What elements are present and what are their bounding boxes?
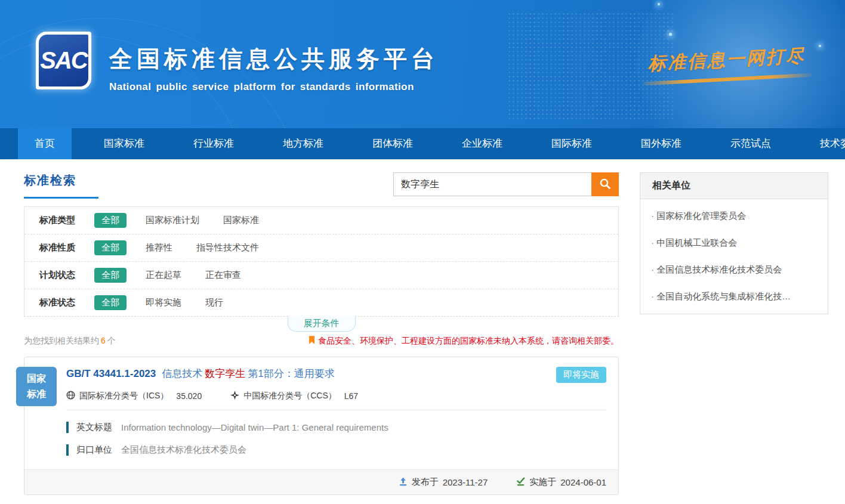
teal-bar	[66, 444, 69, 456]
filter-option[interactable]: 指导性技术文件	[196, 242, 259, 253]
filter-option[interactable]: 正在起草	[146, 270, 181, 281]
nav-item-group-standards[interactable]: 团体标准	[356, 128, 430, 159]
sac-logo-text: SAC	[40, 47, 87, 74]
compass-icon	[230, 391, 239, 401]
related-unit-link[interactable]: 中国机械工业联合会	[640, 230, 828, 256]
implement-date: 2024-06-01	[560, 477, 606, 487]
site-titles: 全国标准信息公共服务平台 National public service pla…	[109, 43, 439, 93]
teal-bar	[66, 422, 69, 433]
site-title-cn: 全国标准信息公共服务平台	[109, 43, 439, 75]
section-title: 标准检索	[24, 172, 98, 188]
nav-item-local-standards[interactable]: 地方标准	[266, 128, 340, 159]
english-title-label: 英文标题	[76, 422, 112, 433]
globe-icon	[66, 391, 75, 401]
sac-logo-inner: SAC	[39, 35, 88, 86]
search-input[interactable]	[393, 172, 591, 196]
search-box	[393, 172, 619, 196]
standard-code: GB/T 43441.1-2023	[66, 368, 156, 379]
highlighted-keyword: 数字孪生	[205, 368, 245, 379]
filter-option[interactable]: 国家标准	[223, 215, 259, 226]
filter-all-button[interactable]: 全部	[94, 295, 127, 310]
result-count-number: 6	[101, 336, 106, 345]
filter-label: 标准类型	[39, 215, 94, 226]
check-icon	[516, 477, 525, 488]
nav-item-international-standards[interactable]: 国际标准	[535, 128, 609, 159]
content-area: 标准检索 标准类型 全部 国家标准计划 国家标准 标准性质	[0, 159, 845, 495]
result-count: 为您找到相关结果约6个	[24, 336, 116, 347]
card-separator	[66, 410, 606, 410]
nav-item-national-standards[interactable]: 国家标准	[87, 128, 161, 159]
english-title-value: Information technology—Digital twin—Part…	[121, 422, 388, 432]
filter-option[interactable]: 国家标准计划	[146, 215, 199, 226]
filter-row-nature: 标准性质 全部 推荐性 指导性技术文件	[24, 234, 618, 261]
filter-row-type: 标准类型 全部 国家标准计划 国家标准	[24, 207, 618, 234]
filter-option[interactable]: 正在审查	[205, 270, 241, 281]
ics-label: 国际标准分类号（ICS）	[79, 391, 168, 401]
standard-title-link[interactable]: GB/T 43441.1-2023信息技术数字孪生第1部分：通用要求	[66, 367, 335, 381]
main-column: 标准检索 标准类型 全部 国家标准计划 国家标准 标准性质	[24, 172, 619, 495]
search-section: 标准检索	[24, 172, 619, 199]
nav-item-home[interactable]: 首页	[18, 128, 72, 159]
upload-icon	[399, 477, 408, 488]
ccs-label: 中国标准分类号（CCS）	[243, 391, 337, 401]
publish-date-item: 发布于 2023-11-27	[399, 477, 488, 488]
related-unit-link[interactable]: 国家标准化管理委员会	[640, 203, 828, 230]
sac-logo[interactable]: SAC	[36, 32, 91, 89]
related-unit-link[interactable]: 全国自动化系统与集成标准化技…	[640, 283, 828, 310]
related-unit-link[interactable]: 全国信息技术标准化技术委员会	[640, 256, 828, 283]
department-label: 归口单位	[76, 444, 112, 456]
section-title-underline	[24, 197, 98, 199]
filter-row-plan-status: 计划状态 全部 正在起草 正在审查	[24, 261, 618, 289]
expand-conditions-button[interactable]: 展开条件	[288, 316, 356, 332]
ccs-classification: 中国标准分类号（CCS） L67	[230, 391, 358, 401]
site-header: SAC 全国标准信息公共服务平台 National public service…	[0, 0, 845, 128]
filter-all-button[interactable]: 全部	[94, 268, 127, 283]
publish-date: 2023-11-27	[443, 477, 488, 487]
department-row: 归口单位 全国信息技术标准化技术委员会	[24, 444, 618, 456]
related-units-panel: 相关单位 国家标准化管理委员会 中国机械工业联合会 全国信息技术标准化技术委员会…	[640, 172, 828, 314]
filter-all-button[interactable]: 全部	[94, 213, 127, 228]
status-badge: 即将实施	[556, 367, 606, 383]
notice-text: 食品安全、环境保护、工程建设方面的国家标准未纳入本系统，请咨询相关部委。	[318, 336, 619, 347]
section-title-block: 标准检索	[24, 172, 98, 199]
ics-classification: 国际标准分类号（ICS） 35.020	[66, 391, 202, 401]
results-info: 为您找到相关结果约6个 食品安全、环境保护、工程建设方面的国家标准未纳入本系统，…	[24, 336, 619, 347]
publish-label: 发布于	[412, 477, 439, 488]
classification-row: 国际标准分类号（ICS） 35.020 中国标准分类号（CCS） L67	[24, 391, 618, 401]
search-icon	[599, 178, 611, 191]
search-button[interactable]	[591, 172, 619, 196]
card-header: GB/T 43441.1-2023信息技术数字孪生第1部分：通用要求 即将实施	[24, 357, 618, 383]
related-units-title: 相关单位	[640, 173, 828, 199]
standard-result-card: 国家 标准 GB/T 43441.1-2023信息技术数字孪生第1部分：通用要求…	[24, 357, 619, 495]
bookmark-icon	[309, 336, 315, 347]
nav-item-industry-standards[interactable]: 行业标准	[177, 128, 251, 159]
filter-label: 标准状态	[39, 297, 94, 308]
site-title-en: National public service platform for sta…	[109, 81, 439, 93]
filter-option[interactable]: 现行	[205, 297, 223, 308]
filter-panel: 标准类型 全部 国家标准计划 国家标准 标准性质 全部 推荐性 指导性技术文件 …	[24, 206, 619, 317]
card-footer: 发布于 2023-11-27 实施于 2024-06-01	[24, 469, 618, 494]
ccs-value: L67	[344, 391, 358, 401]
ics-value: 35.020	[176, 391, 202, 401]
filter-all-button[interactable]: 全部	[94, 240, 127, 255]
glow-dot	[819, 45, 821, 47]
filter-label: 计划状态	[39, 270, 94, 281]
nav-item-foreign-standards[interactable]: 国外标准	[624, 128, 698, 159]
glow-dot	[669, 33, 672, 36]
filter-option[interactable]: 即将实施	[146, 297, 181, 308]
filter-row-standard-status: 标准状态 全部 即将实施 现行	[24, 289, 618, 316]
nav-item-pilot[interactable]: 示范试点	[714, 128, 788, 159]
filter-label: 标准性质	[39, 242, 94, 253]
system-notice: 食品安全、环境保护、工程建设方面的国家标准未纳入本系统，请咨询相关部委。	[309, 336, 619, 347]
standard-type-badge: 国家 标准	[16, 367, 57, 406]
nav-item-technical-committee[interactable]: 技术委员会	[803, 128, 845, 159]
department-value: 全国信息技术标准化技术委员会	[121, 444, 246, 456]
main-nav: 首页 国家标准 行业标准 地方标准 团体标准 企业标准 国际标准 国外标准 示范…	[0, 128, 845, 159]
expand-wrap: 展开条件	[24, 316, 619, 332]
implement-label: 实施于	[529, 477, 556, 488]
nav-item-enterprise-standards[interactable]: 企业标准	[445, 128, 519, 159]
english-title-row: 英文标题 Information technology—Digital twin…	[24, 422, 618, 433]
filter-option[interactable]: 推荐性	[146, 242, 172, 253]
glow-dot	[658, 3, 660, 5]
implement-date-item: 实施于 2024-06-01	[516, 477, 606, 488]
